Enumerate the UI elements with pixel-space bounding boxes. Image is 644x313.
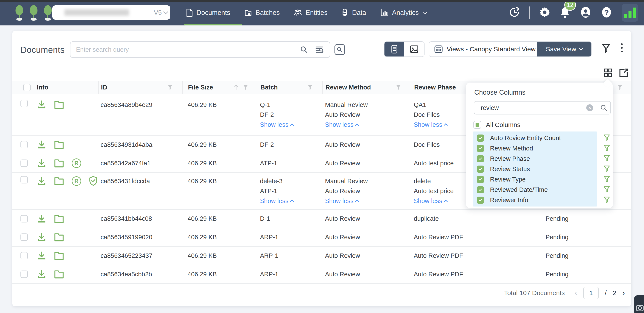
all-columns-checkbox-indeterminate[interactable] — [474, 121, 481, 129]
document-id[interactable]: ca856342a674fa1 — [100, 160, 150, 167]
row-checkbox[interactable] — [20, 100, 28, 107]
filter-icon[interactable] — [604, 155, 610, 162]
folder-icon[interactable] — [54, 100, 64, 109]
advanced-search-button[interactable] — [334, 44, 345, 55]
checked-checkbox[interactable] — [477, 197, 484, 204]
download-icon[interactable] — [37, 140, 46, 149]
document-id[interactable]: ca8563431fdccda — [100, 176, 150, 186]
checked-checkbox[interactable] — [477, 186, 484, 193]
tab-entities[interactable]: Entities — [287, 0, 334, 26]
filter-icon[interactable] — [167, 85, 173, 91]
checked-checkbox[interactable] — [477, 166, 484, 173]
document-id[interactable]: ca85634a89b4e29 — [100, 100, 152, 110]
status-chart-button[interactable] — [622, 4, 638, 22]
image-view-button[interactable] — [404, 42, 424, 57]
column-option[interactable]: Review Type — [473, 174, 597, 185]
checked-checkbox[interactable] — [477, 145, 484, 152]
column-option[interactable]: Review Method — [473, 143, 597, 153]
search-in-list-icon[interactable] — [315, 46, 324, 54]
show-less-link[interactable]: Show less — [414, 120, 447, 130]
folder-icon[interactable] — [54, 159, 64, 168]
table-row[interactable]: ca8563465223437 406.29 KB ARP-1 Auto Rev… — [12, 247, 631, 265]
filter-icon[interactable] — [604, 166, 610, 172]
select-all-checkbox[interactable] — [23, 84, 30, 91]
row-checkbox[interactable] — [20, 270, 28, 278]
tab-documents[interactable]: Documents — [184, 0, 237, 26]
chat-widget[interactable] — [634, 295, 644, 313]
download-icon[interactable] — [37, 232, 46, 242]
table-row[interactable]: ca8563459199020 406.29 KB ARP-1 Auto Rev… — [12, 228, 631, 247]
redaction-icon[interactable]: R — [72, 158, 81, 168]
table-view-button[interactable] — [384, 42, 404, 57]
folder-icon[interactable] — [54, 177, 64, 186]
column-search-input[interactable] — [474, 104, 586, 111]
row-checkbox[interactable] — [20, 176, 28, 183]
document-id[interactable]: ca8563465223437 — [100, 252, 152, 259]
show-less-link[interactable]: Show less — [260, 120, 293, 130]
download-icon[interactable] — [37, 251, 46, 260]
gear-icon[interactable] — [539, 7, 550, 19]
show-less-link[interactable]: Show less — [325, 120, 368, 130]
search-icon[interactable] — [597, 104, 610, 111]
folder-icon[interactable] — [54, 233, 64, 242]
next-page-button[interactable]: › — [622, 288, 625, 297]
checked-checkbox[interactable] — [477, 176, 484, 183]
project-selector[interactable]: V5 — [52, 6, 170, 20]
save-view-button[interactable]: Save View — [537, 42, 591, 57]
document-id[interactable]: ca85634931d4aba — [100, 141, 152, 148]
tab-batches[interactable]: Batches — [237, 0, 287, 26]
show-less-link[interactable]: Show less — [260, 196, 293, 206]
show-less-link[interactable]: Show less — [325, 196, 368, 206]
filter-icon[interactable] — [604, 176, 610, 183]
filter-icon[interactable] — [604, 197, 610, 203]
column-option[interactable]: Reviewer Info — [473, 195, 597, 205]
filter-funnel-button[interactable] — [602, 43, 610, 54]
row-checkbox[interactable] — [20, 141, 28, 148]
folder-icon[interactable] — [54, 270, 64, 279]
document-id[interactable]: ca856341bb44c08 — [100, 215, 152, 222]
app-logo[interactable] — [14, 5, 54, 21]
notifications-button[interactable]: 12 — [560, 7, 570, 19]
tab-analytics[interactable]: Analytics — [373, 0, 433, 26]
current-page-input[interactable]: 1 — [583, 287, 599, 299]
row-checkbox[interactable] — [20, 233, 28, 241]
column-option[interactable]: Reviewed Date/Time — [473, 185, 597, 195]
download-icon[interactable] — [37, 269, 46, 279]
tab-data[interactable]: Data — [334, 0, 373, 26]
shield-check-icon[interactable] — [89, 176, 98, 186]
filter-icon[interactable] — [396, 85, 401, 91]
column-option[interactable]: Review Status — [473, 164, 597, 174]
show-less-link[interactable]: Show less — [414, 196, 454, 206]
sort-asc-icon[interactable] — [233, 84, 239, 91]
filter-icon[interactable] — [604, 186, 610, 193]
row-checkbox[interactable] — [20, 160, 28, 167]
more-options-button[interactable] — [621, 43, 623, 52]
filter-icon[interactable] — [604, 135, 610, 141]
column-option[interactable]: Review Phase — [473, 153, 597, 164]
choose-columns-button[interactable] — [603, 68, 613, 78]
help-icon[interactable]: ? — [601, 7, 612, 19]
filter-icon[interactable] — [617, 85, 623, 91]
all-columns-row[interactable]: All Columns — [474, 121, 520, 129]
row-checkbox[interactable] — [20, 252, 28, 259]
download-icon[interactable] — [37, 214, 46, 223]
checked-checkbox[interactable] — [477, 135, 484, 142]
filter-icon[interactable] — [604, 145, 610, 152]
redaction-icon[interactable]: R — [72, 176, 81, 186]
download-icon[interactable] — [37, 176, 46, 186]
document-id[interactable]: ca85634ea5cbb2b — [100, 271, 152, 278]
views-dropdown[interactable]: Views - Canopy Standard View — [429, 42, 537, 57]
filter-icon[interactable] — [243, 85, 248, 91]
row-checkbox[interactable] — [20, 215, 28, 222]
folder-icon[interactable] — [54, 140, 64, 149]
history-icon[interactable] — [509, 7, 520, 19]
user-avatar[interactable] — [580, 7, 592, 19]
table-row[interactable]: ca85634ea5cbb2b 406.29 KB ARP-1 Auto Rev… — [12, 265, 631, 284]
document-id[interactable]: ca8563459199020 — [100, 234, 152, 241]
column-option[interactable]: Auto Review Entity Count — [473, 133, 597, 143]
search-icon[interactable] — [300, 46, 308, 54]
filter-icon[interactable] — [307, 85, 313, 91]
prev-page-button[interactable]: ‹ — [575, 288, 577, 297]
clear-search-icon[interactable]: ✕ — [586, 104, 593, 111]
search-input[interactable] — [70, 46, 300, 53]
